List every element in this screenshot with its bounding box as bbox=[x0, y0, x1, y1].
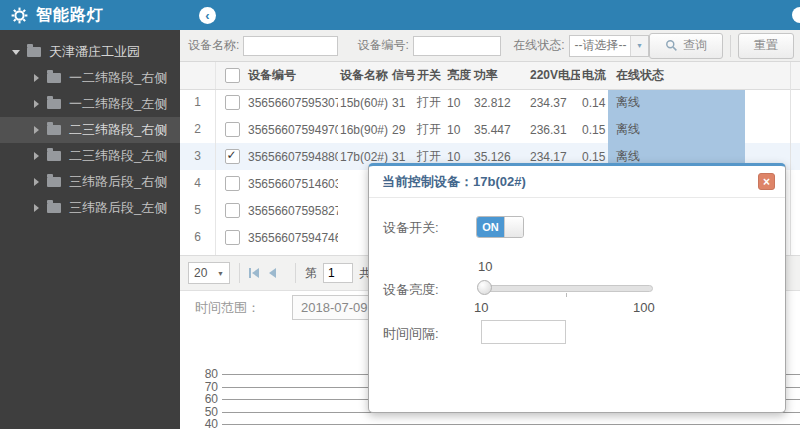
col-switch[interactable]: 开关 bbox=[415, 67, 445, 84]
page-size-value: 20 bbox=[194, 266, 207, 280]
row-checkbox[interactable] bbox=[216, 176, 246, 191]
row-checkbox[interactable] bbox=[216, 122, 246, 137]
prev-page-button[interactable] bbox=[269, 268, 276, 278]
app-title: 智能路灯 bbox=[36, 5, 104, 26]
device-brightness-label: 设备亮度: bbox=[383, 281, 439, 299]
cell-code: 356566075949701 bbox=[246, 123, 338, 137]
caret-right-icon bbox=[34, 152, 39, 160]
table-row[interactable]: 1 356566075953075 15b(60#) 31 打开 10 32.8… bbox=[180, 89, 800, 117]
search-icon bbox=[665, 39, 678, 52]
col-signal[interactable]: 信号 bbox=[390, 67, 415, 84]
folder-icon bbox=[47, 203, 61, 213]
caret-right-icon bbox=[34, 74, 39, 82]
brightness-slider[interactable] bbox=[478, 285, 653, 292]
tree-root-label: 天津潘庄工业园 bbox=[49, 43, 140, 61]
select-all-checkbox[interactable] bbox=[216, 68, 246, 83]
device-control-dialog: 当前控制设备：17b(02#) × 设备开关: ON 设备亮度: 10 10 1… bbox=[368, 163, 786, 413]
device-switch-toggle[interactable]: ON bbox=[476, 216, 524, 238]
cell-power: 35.447 bbox=[472, 123, 528, 137]
col-status[interactable]: 在线状态 bbox=[608, 67, 745, 84]
sidebar-item-road2-right[interactable]: 二三纬路段_右侧 bbox=[0, 117, 180, 143]
first-page-icon bbox=[252, 268, 259, 278]
sidebar-item-road1-right[interactable]: 一二纬路段_右侧 bbox=[0, 65, 180, 91]
cell-signal: 29 bbox=[390, 123, 415, 137]
col-voltage[interactable]: 220V电压 bbox=[528, 67, 580, 84]
cell-signal: 31 bbox=[390, 150, 415, 164]
chevron-down-icon: ▼ bbox=[630, 36, 648, 56]
collapse-sidebar-icon[interactable]: ‹ bbox=[199, 7, 216, 24]
chevron-down-icon: ▼ bbox=[217, 270, 224, 277]
y-axis-tick: 80 bbox=[192, 367, 218, 381]
search-button-label: 查询 bbox=[683, 37, 707, 54]
cell-current: 0.15 bbox=[580, 123, 608, 137]
first-page-icon bbox=[249, 268, 251, 278]
checkbox-icon bbox=[225, 68, 240, 83]
sidebar-item-road3-left[interactable]: 三纬路后段_左侧 bbox=[0, 195, 180, 221]
y-axis-tick: 40 bbox=[192, 417, 218, 429]
cell-signal: 31 bbox=[390, 96, 415, 110]
tree-root-node[interactable]: 天津潘庄工业园 bbox=[0, 39, 180, 65]
device-name-input[interactable] bbox=[243, 36, 338, 56]
table-row[interactable]: 2 356566075949701 16b(90#) 29 打开 10 35.4… bbox=[180, 116, 800, 144]
sidebar-item-road1-left[interactable]: 一二纬路段_左侧 bbox=[0, 91, 180, 117]
tree-item-label: 一二纬路段_左侧 bbox=[69, 95, 167, 113]
cell-power: 32.812 bbox=[472, 96, 528, 110]
device-code-label: 设备编号: bbox=[357, 37, 408, 54]
first-page-button[interactable] bbox=[249, 268, 259, 278]
caret-right-icon bbox=[34, 204, 39, 212]
folder-icon bbox=[47, 177, 61, 187]
tree-item-label: 二三纬路段_左侧 bbox=[69, 147, 167, 165]
device-code-input[interactable] bbox=[413, 36, 501, 56]
search-button[interactable]: 查询 bbox=[649, 33, 723, 59]
toggle-on-label: ON bbox=[477, 217, 504, 237]
divider bbox=[239, 263, 240, 283]
cell-code: 356566075146035 bbox=[246, 177, 338, 191]
y-axis-tick: 60 bbox=[192, 392, 218, 406]
sidebar-item-road2-left[interactable]: 二三纬路段_左侧 bbox=[0, 143, 180, 169]
filter-bar: 设备名称: 设备编号: 在线状态: --请选择-- ▼ 查询 重置 bbox=[180, 30, 800, 62]
top-bar: 智能路灯 ‹ bbox=[0, 0, 800, 30]
checkbox-icon bbox=[225, 95, 240, 110]
checkbox-checked-icon bbox=[225, 149, 240, 164]
time-interval-input[interactable] bbox=[481, 320, 566, 344]
prev-page-icon bbox=[269, 268, 276, 278]
sidebar-item-road3-right[interactable]: 三纬路后段_右侧 bbox=[0, 169, 180, 195]
gear-icon bbox=[10, 6, 29, 25]
page-size-select[interactable]: 20 ▼ bbox=[188, 262, 230, 284]
close-icon[interactable]: × bbox=[758, 173, 775, 190]
row-number-header bbox=[180, 62, 216, 89]
cell-brightness: 10 bbox=[445, 123, 472, 137]
row-checkbox[interactable] bbox=[216, 203, 246, 218]
row-number: 6 bbox=[180, 224, 216, 251]
online-status-select[interactable]: --请选择-- ▼ bbox=[569, 35, 649, 57]
cell-power: 35.126 bbox=[472, 150, 528, 164]
slider-handle[interactable] bbox=[477, 280, 492, 295]
cell-name: 15b(60#) bbox=[338, 96, 390, 110]
page-number-input[interactable] bbox=[323, 263, 353, 283]
col-current[interactable]: 电流 bbox=[580, 67, 608, 84]
folder-icon bbox=[47, 151, 61, 161]
online-status-label: 在线状态: bbox=[513, 37, 564, 54]
reset-button[interactable]: 重置 bbox=[738, 33, 794, 59]
col-code[interactable]: 设备编号 bbox=[246, 67, 338, 84]
divider bbox=[730, 35, 731, 57]
col-brightness[interactable]: 亮度 bbox=[445, 67, 472, 84]
cell-code: 356566075947465 bbox=[246, 231, 338, 245]
checkbox-icon bbox=[225, 176, 240, 191]
col-name[interactable]: 设备名称 bbox=[338, 67, 390, 84]
col-power[interactable]: 功率 bbox=[472, 67, 528, 84]
caret-right-icon bbox=[34, 100, 39, 108]
app-logo: 智能路灯 bbox=[10, 0, 104, 30]
cell-current: 0.14 bbox=[580, 96, 608, 110]
topbar-right-icon[interactable] bbox=[792, 7, 800, 23]
row-checkbox[interactable] bbox=[216, 149, 246, 164]
tree-item-label: 三纬路后段_右侧 bbox=[69, 173, 167, 191]
row-checkbox[interactable] bbox=[216, 230, 246, 245]
cell-current: 0.15 bbox=[580, 150, 608, 164]
online-status-value: --请选择-- bbox=[570, 37, 630, 54]
row-checkbox[interactable] bbox=[216, 95, 246, 110]
divider bbox=[295, 263, 296, 283]
tree-item-label: 二三纬路段_右侧 bbox=[69, 121, 167, 139]
dialog-title: 当前控制设备：17b(02#) bbox=[369, 166, 785, 198]
cell-switch: 打开 bbox=[415, 94, 445, 111]
